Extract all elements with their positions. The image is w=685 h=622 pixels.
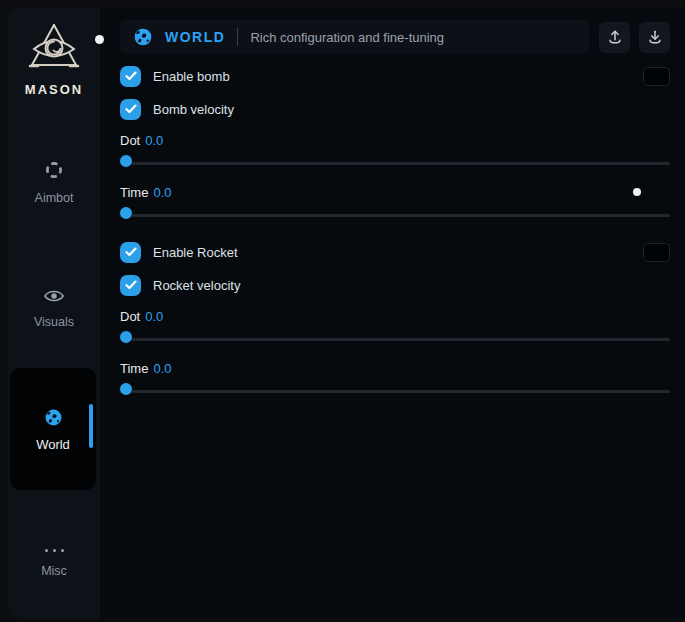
mason-eye-triangle-logo-icon xyxy=(25,22,83,74)
page-subtitle: Rich configuration and fine-tuning xyxy=(250,30,444,45)
checkbox-label: Enable Rocket xyxy=(153,245,238,260)
cursor-dot xyxy=(95,35,104,44)
app-logo: MASON xyxy=(8,22,100,97)
checkbox-label: Bomb velocity xyxy=(153,102,234,117)
sidebar-item-label: World xyxy=(10,437,96,452)
slider-label: Time0.0 xyxy=(120,185,670,200)
sidebar-item-label: Misc xyxy=(8,564,100,578)
page-header: WORLD Rich configuration and fine-tuning xyxy=(120,20,670,54)
app-window: MASON Aimbot Visuals xyxy=(8,8,685,618)
slider-rocket-dot: Dot0.0 xyxy=(120,309,670,348)
checkbox-label: Rocket velocity xyxy=(153,278,240,293)
slider-label: Time0.0 xyxy=(120,361,670,376)
cursor-dot xyxy=(633,188,641,196)
checkbox-row-rocket-velocity: Rocket velocity xyxy=(120,274,670,296)
header-title-bar: WORLD Rich configuration and fine-tuning xyxy=(120,20,590,54)
slider-thumb[interactable] xyxy=(120,155,132,167)
checkbox-row-enable-bomb: Enable bomb xyxy=(120,65,670,87)
slider-label: Dot0.0 xyxy=(120,133,670,148)
sidebar-item-misc[interactable]: Misc xyxy=(8,538,100,578)
enable-rocket-checkbox[interactable] xyxy=(120,242,141,263)
slider-track[interactable] xyxy=(120,162,670,165)
slider-rocket-time: Time0.0 xyxy=(120,361,670,400)
slider-thumb[interactable] xyxy=(120,331,132,343)
enable-bomb-checkbox[interactable] xyxy=(120,66,141,87)
sidebar-item-label: Aimbot xyxy=(8,191,100,205)
slider-thumb[interactable] xyxy=(120,383,132,395)
sidebar-item-label: Visuals xyxy=(8,315,100,329)
globe-icon xyxy=(133,27,153,47)
slider-bomb-dot: Dot0.0 xyxy=(120,133,670,172)
active-tab-indicator xyxy=(89,404,93,448)
slider-track[interactable] xyxy=(120,214,670,217)
slider-value: 0.0 xyxy=(145,309,163,324)
upload-icon xyxy=(606,28,624,46)
rocket-velocity-checkbox[interactable] xyxy=(120,275,141,296)
sidebar: MASON Aimbot Visuals xyxy=(8,8,100,618)
ellipsis-icon xyxy=(45,545,64,557)
rocket-color-swatch[interactable] xyxy=(643,243,670,262)
slider-track[interactable] xyxy=(120,338,670,341)
eye-icon xyxy=(43,288,65,304)
slider-value: 0.0 xyxy=(153,185,171,200)
sidebar-item-aimbot[interactable]: Aimbot xyxy=(8,160,100,205)
page-title: WORLD xyxy=(165,29,225,45)
bomb-velocity-checkbox[interactable] xyxy=(120,99,141,120)
sidebar-item-visuals[interactable]: Visuals xyxy=(8,288,100,329)
slider-track[interactable] xyxy=(120,390,670,393)
checkbox-label: Enable bomb xyxy=(153,69,230,84)
download-icon xyxy=(646,28,664,46)
slider-value: 0.0 xyxy=(145,133,163,148)
download-config-button[interactable] xyxy=(639,22,670,53)
bomb-color-swatch[interactable] xyxy=(643,67,670,86)
slider-label: Dot0.0 xyxy=(120,309,670,324)
slider-thumb[interactable] xyxy=(120,207,132,219)
sidebar-item-world[interactable]: World xyxy=(10,368,96,490)
slider-bomb-time: Time0.0 xyxy=(120,185,670,224)
crosshair-icon xyxy=(44,160,64,180)
checkbox-row-enable-rocket: Enable Rocket xyxy=(120,241,670,263)
divider xyxy=(237,28,238,46)
slider-value: 0.0 xyxy=(153,361,171,376)
globe-icon xyxy=(44,408,63,427)
logo-wordmark: MASON xyxy=(8,82,100,97)
upload-config-button[interactable] xyxy=(599,22,630,53)
content-panel: WORLD Rich configuration and fine-tuning xyxy=(100,8,685,618)
checkbox-row-bomb-velocity: Bomb velocity xyxy=(120,98,670,120)
